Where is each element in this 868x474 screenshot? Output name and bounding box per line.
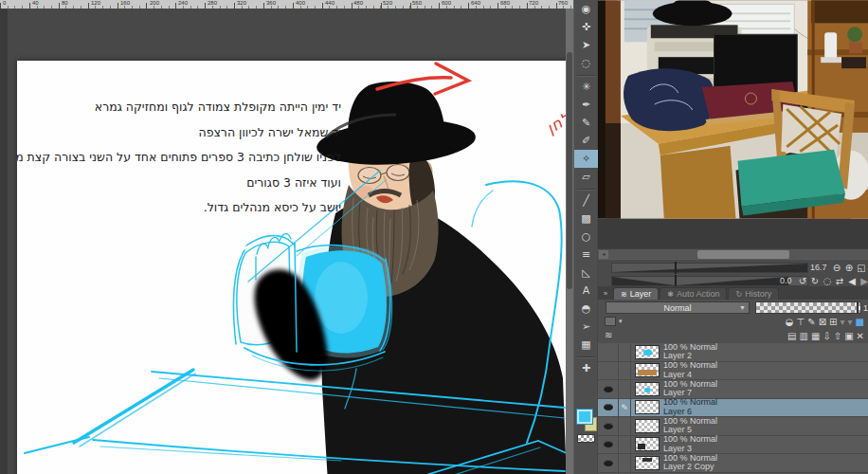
scroll-left-button[interactable]: ◂ xyxy=(599,250,608,259)
History[interactable]: ↻ History xyxy=(728,287,779,300)
ruler-label: 680 xyxy=(500,0,510,6)
layer-name: Layer 6 xyxy=(663,408,717,417)
selection-tool[interactable]: ◌ xyxy=(574,54,598,72)
note-line: יד ימין הייתה מקופלת צמודה לגוף ומחזיקה … xyxy=(45,95,341,120)
ruler-label: 160 xyxy=(120,0,130,6)
ruler-label: 400 xyxy=(296,0,305,6)
brush-tool[interactable]: ✐ xyxy=(574,132,598,150)
zoom-out-icon[interactable]: ⊖ xyxy=(831,262,842,274)
delete-layer-icon[interactable]: ✕ xyxy=(857,330,864,343)
lock-alpha-icon[interactable]: ⊞ xyxy=(829,316,837,329)
next-icon[interactable]: ▶ xyxy=(859,275,868,287)
balloon-tool[interactable]: ○ xyxy=(574,228,598,246)
clip-icon[interactable]: ⊤ xyxy=(797,316,805,329)
lock-layer-icon[interactable]: ⊠ xyxy=(819,316,826,329)
layer-row[interactable]: ✎ 100 % Normal Layer 5 xyxy=(598,417,868,436)
frame-border-tool[interactable]: ≡ xyxy=(574,246,598,264)
transparent-color-swatch[interactable] xyxy=(577,434,595,443)
merge-down-icon[interactable]: ⇧ xyxy=(834,330,841,343)
prev-icon[interactable]: ◀ xyxy=(846,275,858,287)
layer-color-box[interactable] xyxy=(605,317,616,326)
chevron-down-icon: ▾ xyxy=(619,318,623,325)
layer-thumbnail xyxy=(635,400,660,414)
visibility-toggle[interactable] xyxy=(598,380,619,398)
layer-stack-icon: ≋ xyxy=(605,330,612,340)
layer-thumbnail xyxy=(635,363,660,377)
canvas-move-tool[interactable]: ✚ xyxy=(574,359,598,377)
ruler-label: 440 xyxy=(325,0,335,6)
opacity-slider[interactable] xyxy=(755,301,861,314)
canvas-workspace[interactable]: יד ימין הייתה מקופלת צמודה לגוף ומחזיקה … xyxy=(8,9,566,474)
new-folder-icon[interactable]: ▦ xyxy=(811,330,820,343)
visibility-toggle[interactable] xyxy=(598,399,619,417)
visibility-toggle[interactable] xyxy=(598,436,619,454)
zoom-slider[interactable] xyxy=(611,263,808,273)
ruler-menu-icon[interactable]: ▾ xyxy=(840,316,844,329)
ruler-tool[interactable]: ◺ xyxy=(574,264,598,282)
grid-tool[interactable]: ▦ xyxy=(574,336,598,354)
operation-tool[interactable]: ➤ xyxy=(574,36,598,54)
zoom-tool[interactable]: ◉ xyxy=(574,0,598,18)
rotation-slider[interactable] xyxy=(611,276,808,286)
transfer-down-icon[interactable]: ⇩ xyxy=(823,330,830,343)
mask-menu-icon[interactable]: ▾ xyxy=(848,316,853,329)
visibility-toggle[interactable] xyxy=(598,417,619,435)
pencil-tool[interactable]: ✎ xyxy=(574,114,598,132)
layer-row[interactable]: ✎ 100 % Normal Layer 2 Copy xyxy=(598,454,868,473)
rotate-left-icon[interactable]: ↺ xyxy=(797,275,808,287)
color-swatches xyxy=(574,408,598,451)
flip-horizontal-icon[interactable]: ⇄ xyxy=(834,275,845,287)
palette-tabs: » ≋ Layer ✱ Auto Action ↻ Histor xyxy=(598,286,868,300)
Layer[interactable]: ≋ Layer xyxy=(613,287,659,300)
airbrush-tool[interactable]: ✧ xyxy=(574,150,598,168)
rotate-right-icon[interactable]: ↻ xyxy=(809,275,821,287)
layer-row[interactable]: ✎ 100 % Normal Layer 7 xyxy=(598,380,868,399)
expand-panel-icon[interactable]: » xyxy=(598,287,613,300)
visibility-toggle[interactable] xyxy=(598,454,619,472)
material-tool[interactable]: ◓ xyxy=(574,300,598,318)
layer-thumbnail xyxy=(635,345,660,359)
auto-select-tool[interactable]: ✳ xyxy=(574,78,598,96)
fit-screen-icon[interactable]: ◱ xyxy=(856,262,867,274)
foreground-color-swatch[interactable] xyxy=(577,410,592,424)
figure-tool[interactable]: ╱ xyxy=(574,191,598,210)
new-vector-layer-icon[interactable]: ▥ xyxy=(799,330,807,343)
vertical-scrollbar-thumb[interactable] xyxy=(567,52,572,289)
canvas-vertical-scrollbar[interactable] xyxy=(566,9,573,474)
apply-mask-icon[interactable]: ▣ xyxy=(844,330,853,343)
layer-row[interactable]: ✎ 100 % Normal Layer 2 xyxy=(598,343,868,362)
layer-color-icon[interactable]: ■ xyxy=(856,316,864,329)
ruler-label: 760 xyxy=(558,0,568,6)
plant xyxy=(847,27,862,42)
move-tool[interactable]: ✜ xyxy=(574,18,598,36)
drawing-canvas[interactable]: יד ימין הייתה מקופלת צמודה לגוף ומחזיקה … xyxy=(17,61,573,474)
text-tool[interactable]: A xyxy=(574,282,598,300)
visibility-toggle[interactable] xyxy=(598,343,619,361)
subview-horizontal-scrollbar[interactable]: ◂ xyxy=(598,248,868,259)
layer-row[interactable]: ✎ 100 % Normal Layer 6 xyxy=(598,399,868,418)
layer-thumbnail xyxy=(635,419,660,433)
gradient-tool[interactable]: ▩ xyxy=(574,210,598,228)
hat-dome xyxy=(348,82,444,146)
layer-row[interactable]: ✎ 100 % Normal Layer 3 xyxy=(598,436,868,455)
ruler-label: 0 xyxy=(3,0,6,6)
right-dock: ◂ 16.7 ⊖⊕◱ 0.0 xyxy=(598,0,868,474)
layer-thumbnail xyxy=(635,437,660,451)
opacity-value: 100 xyxy=(863,303,868,313)
reset-rotation-icon[interactable]: ◌ xyxy=(822,275,833,287)
object-tool[interactable]: ➢ xyxy=(574,318,598,336)
pen-tool[interactable]: ✒ xyxy=(574,96,598,114)
blend-mode-select[interactable]: Normal ▼ xyxy=(606,301,750,314)
velvet-bag xyxy=(624,68,715,131)
zoom-in-icon[interactable]: ⊕ xyxy=(843,262,855,274)
visibility-toggle[interactable] xyxy=(598,362,619,380)
zoom-slider-handle[interactable] xyxy=(675,262,677,274)
draft-pen-icon[interactable]: ✎ xyxy=(807,316,815,329)
horizontal-scrollbar-thumb[interactable] xyxy=(697,250,789,259)
mask-icon[interactable]: ◒ xyxy=(786,316,794,329)
new-layer-icon[interactable]: ▤ xyxy=(787,330,796,343)
Auto Action[interactable]: ✱ Auto Action xyxy=(660,287,727,300)
layer-row[interactable]: ✎ 100 % Normal Layer 4 xyxy=(598,362,868,381)
left-bookshelf xyxy=(598,0,606,218)
eraser-tool[interactable]: ▱ xyxy=(574,168,598,186)
